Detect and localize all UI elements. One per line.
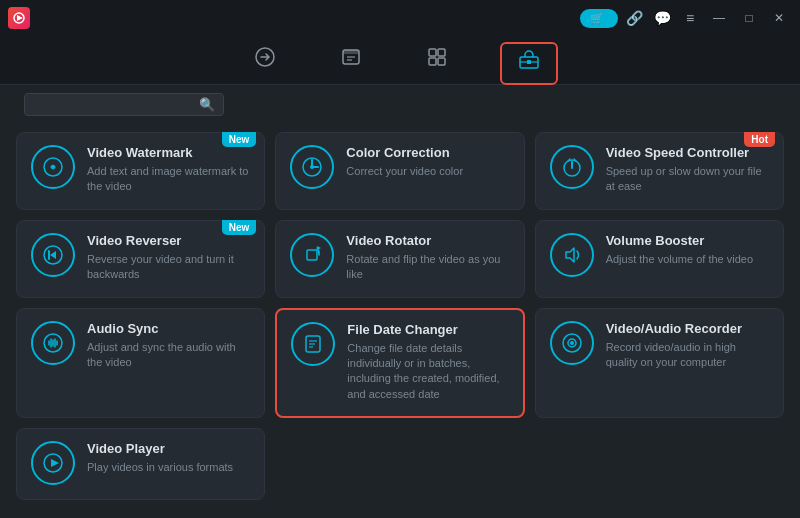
search-input-wrap: 🔍 — [24, 93, 224, 116]
tool-card-video-speed-controller[interactable]: HotVideo Speed ControllerSpeed up or slo… — [535, 132, 784, 210]
tab-collage[interactable] — [414, 42, 460, 85]
link-button[interactable]: 🔗 — [622, 6, 646, 30]
svg-rect-10 — [438, 58, 445, 65]
tool-name-video-reverser: Video Reverser — [87, 233, 250, 248]
tab-toolbox[interactable] — [500, 42, 558, 85]
search-input[interactable] — [33, 98, 193, 112]
tool-info-audio-sync: Audio SyncAdjust and sync the audio with… — [87, 321, 250, 371]
title-bar-left — [8, 7, 36, 29]
tool-card-color-correction[interactable]: Color CorrectionCorrect your video color — [275, 132, 524, 210]
tool-desc-video-player: Play videos in various formats — [87, 460, 250, 475]
tool-card-volume-booster[interactable]: Volume BoosterAdjust the volume of the v… — [535, 220, 784, 298]
converter-icon — [254, 46, 276, 71]
tool-desc-video-rotator: Rotate and flip the video as you like — [346, 252, 509, 283]
tool-card-video-player[interactable]: Video PlayerPlay videos in various forma… — [16, 428, 265, 500]
tool-desc-video-speed-controller: Speed up or slow down your file at ease — [606, 164, 769, 195]
search-bar: 🔍 — [0, 85, 800, 124]
tool-info-volume-booster: Volume BoosterAdjust the volume of the v… — [606, 233, 769, 267]
tool-card-audio-sync[interactable]: Audio SyncAdjust and sync the audio with… — [16, 308, 265, 419]
tools-grid: NewVideo WatermarkAdd text and image wat… — [0, 124, 800, 508]
badge-video-reverser: New — [222, 220, 257, 235]
svg-rect-21 — [307, 250, 317, 260]
tab-converter[interactable] — [242, 42, 288, 85]
tool-card-video-rotator[interactable]: Video RotatorRotate and flip the video a… — [275, 220, 524, 298]
tool-desc-video-watermark: Add text and image watermark to the vide… — [87, 164, 250, 195]
tool-icon-volume-booster — [550, 233, 594, 277]
tool-desc-video-audio-recorder: Record video/audio in high quality on yo… — [606, 340, 769, 371]
tool-card-file-date-changer[interactable]: File Date ChangerChange file date detail… — [275, 308, 524, 419]
tool-name-color-correction: Color Correction — [346, 145, 509, 160]
tool-icon-video-reverser — [31, 233, 75, 277]
badge-video-watermark: New — [222, 132, 257, 147]
svg-rect-8 — [438, 49, 445, 56]
tool-desc-volume-booster: Adjust the volume of the video — [606, 252, 769, 267]
title-bar: 🛒 🔗 💬 ≡ — □ ✕ — [0, 0, 800, 36]
tool-icon-video-player — [31, 441, 75, 485]
close-button[interactable]: ✕ — [766, 6, 792, 30]
tool-card-video-audio-recorder[interactable]: Video/Audio RecorderRecord video/audio i… — [535, 308, 784, 419]
minimize-button[interactable]: — — [706, 6, 732, 30]
maximize-button[interactable]: □ — [736, 6, 762, 30]
mv-icon — [340, 46, 362, 71]
tool-name-audio-sync: Audio Sync — [87, 321, 250, 336]
cart-icon: 🛒 — [590, 12, 604, 25]
tool-icon-audio-sync — [31, 321, 75, 365]
svg-point-17 — [310, 165, 314, 169]
chat-button[interactable]: 💬 — [650, 6, 674, 30]
tool-icon-video-watermark — [31, 145, 75, 189]
svg-point-15 — [51, 165, 55, 169]
tool-desc-color-correction: Correct your video color — [346, 164, 509, 179]
tool-card-video-reverser[interactable]: NewVideo ReverserReverse your video and … — [16, 220, 265, 298]
tab-mv[interactable] — [328, 42, 374, 85]
tool-desc-file-date-changer: Change file date details individually or… — [347, 341, 508, 403]
tool-info-file-date-changer: File Date ChangerChange file date detail… — [347, 322, 508, 403]
title-bar-right: 🛒 🔗 💬 ≡ — □ ✕ — [580, 6, 792, 30]
pricing-button[interactable]: 🛒 — [580, 9, 618, 28]
svg-rect-9 — [429, 58, 436, 65]
tool-desc-video-reverser: Reverse your video and turn it backwards — [87, 252, 250, 283]
tool-name-video-rotator: Video Rotator — [346, 233, 509, 248]
menu-button[interactable]: ≡ — [678, 6, 702, 30]
tool-name-video-audio-recorder: Video/Audio Recorder — [606, 321, 769, 336]
svg-point-29 — [570, 341, 574, 345]
tool-name-video-watermark: Video Watermark — [87, 145, 250, 160]
tool-icon-video-rotator — [290, 233, 334, 277]
tool-icon-video-speed-controller — [550, 145, 594, 189]
svg-rect-4 — [343, 50, 359, 54]
tool-info-video-audio-recorder: Video/Audio RecorderRecord video/audio i… — [606, 321, 769, 371]
tool-name-video-player: Video Player — [87, 441, 250, 456]
tool-desc-audio-sync: Adjust and sync the audio with the video — [87, 340, 250, 371]
app-logo — [8, 7, 30, 29]
tool-name-video-speed-controller: Video Speed Controller — [606, 145, 769, 160]
tool-info-video-watermark: Video WatermarkAdd text and image waterm… — [87, 145, 250, 195]
tool-info-color-correction: Color CorrectionCorrect your video color — [346, 145, 509, 179]
tool-info-video-speed-controller: Video Speed ControllerSpeed up or slow d… — [606, 145, 769, 195]
nav-tabs — [0, 36, 800, 85]
tool-icon-file-date-changer — [291, 322, 335, 366]
badge-video-speed-controller: Hot — [744, 132, 775, 147]
svg-rect-7 — [429, 49, 436, 56]
tool-name-file-date-changer: File Date Changer — [347, 322, 508, 337]
search-icon: 🔍 — [199, 97, 215, 112]
svg-marker-1 — [17, 15, 23, 21]
tool-info-video-rotator: Video RotatorRotate and flip the video a… — [346, 233, 509, 283]
tool-icon-color-correction — [290, 145, 334, 189]
tool-info-video-reverser: Video ReverserReverse your video and tur… — [87, 233, 250, 283]
svg-marker-31 — [51, 459, 59, 467]
tool-icon-video-audio-recorder — [550, 321, 594, 365]
svg-rect-13 — [527, 60, 531, 64]
toolbox-icon — [518, 48, 540, 73]
tool-info-video-player: Video PlayerPlay videos in various forma… — [87, 441, 250, 475]
tool-card-video-watermark[interactable]: NewVideo WatermarkAdd text and image wat… — [16, 132, 265, 210]
collage-icon — [426, 46, 448, 71]
tool-name-volume-booster: Volume Booster — [606, 233, 769, 248]
